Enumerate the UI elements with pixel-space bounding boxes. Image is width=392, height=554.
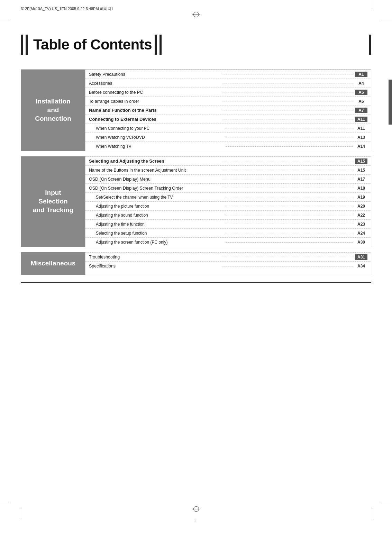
section-installation: Installation and ConnectionSafety Precau… xyxy=(21,69,371,151)
title-decoration-bar-2 xyxy=(26,35,28,55)
file-header: 312F(Mx10A_TV) US_1EN 2005.9.22 3:48PM 페… xyxy=(21,6,113,11)
toc-page-number: A19 xyxy=(355,194,367,200)
toc-page-number: A4 xyxy=(355,81,367,86)
toc-entry-dots xyxy=(222,74,354,74)
toc-entry-dots xyxy=(222,179,354,179)
section-label-text-installation: Installation and Connection xyxy=(35,97,71,123)
toc-entry: TroubleshootingA31 xyxy=(85,253,371,262)
toc-entry-dots xyxy=(222,110,354,110)
toc-entry-dots xyxy=(226,128,354,128)
toc-entry-text: Accessories xyxy=(89,81,220,86)
toc-entry-text: Name of the Buttons in the screen Adjust… xyxy=(89,168,220,173)
toc-entry: Selecting the setup functionA24 xyxy=(85,229,371,238)
toc-entry-text: Adjusting the time function xyxy=(89,222,224,227)
toc-entry-text: Adjusting the picture function xyxy=(89,204,224,209)
toc-entry: Name of the Buttons in the screen Adjust… xyxy=(85,166,371,175)
toc-entry-dots xyxy=(226,137,354,137)
toc-entry-dots xyxy=(222,83,354,83)
toc-entry-text: Before connecting to the PC xyxy=(89,90,220,95)
section-content-input: Selecting and Adjusting the ScreenA15Nam… xyxy=(85,156,371,247)
toc-entry-text: When Watching TV xyxy=(89,144,224,149)
toc-entry: Adjusting the picture functionA20 xyxy=(85,202,371,211)
section-label-input: Input Selection and Tracking xyxy=(21,156,85,247)
toc-entry-text: Safety Precautions xyxy=(89,72,220,77)
toc-entry-dots xyxy=(222,161,354,161)
toc-entry-dots xyxy=(226,224,354,224)
toc-entry-dots xyxy=(222,188,354,188)
section-label-miscellaneous: Miscellaneous xyxy=(21,252,85,275)
toc-entry-text: Connecting to External Devices xyxy=(89,117,220,122)
toc-entry: Before connecting to the PCA5 xyxy=(85,88,371,97)
toc-page-number: A24 xyxy=(355,230,367,236)
toc-entry-text: Set/Select the channel when using the TV xyxy=(89,195,224,200)
toc-entry-text: Selecting and Adjusting the Screen xyxy=(89,158,220,164)
toc-page-number: A11 xyxy=(355,126,367,131)
toc-entry-dots xyxy=(226,146,354,147)
toc-entry: Name and Function of the PartsA7 xyxy=(85,106,371,115)
toc-entry: When Watching VCR/DVDA13 xyxy=(85,133,371,142)
toc-page-number: A5 xyxy=(355,90,367,95)
toc-entry: Adjusting the screen function (PC only)A… xyxy=(85,238,371,247)
toc-entry: Connecting to External DevicesA11 xyxy=(85,115,371,124)
toc-entry: To arrange cables in orderA6 xyxy=(85,97,371,106)
bottom-separator xyxy=(21,282,371,283)
toc-entry-text: Selecting the setup function xyxy=(89,231,224,236)
toc-entry-dots xyxy=(226,206,354,206)
toc-page-number: A34 xyxy=(355,263,367,269)
toc-entry-dots xyxy=(222,119,354,119)
toc-entry-text: When Watching VCR/DVD xyxy=(89,135,224,140)
section-label-installation: Installation and Connection xyxy=(21,70,85,151)
toc-entry-text: Adjusting the sound function xyxy=(89,213,224,218)
registration-mark-top xyxy=(192,10,200,19)
toc-page-number: A20 xyxy=(355,203,367,209)
toc-entry-text: Name and Function of the Parts xyxy=(89,108,220,113)
section-miscellaneous: MiscellaneousTroubleshootingA31Specifica… xyxy=(21,252,371,275)
toc-entry-dots xyxy=(222,257,354,257)
toc-entry: Safety PrecautionsA1 xyxy=(85,70,371,79)
toc-page-number: A7 xyxy=(355,108,367,113)
main-content: Table of Contents Installation and Conne… xyxy=(21,31,371,512)
section-label-text-input: Input Selection and Tracking xyxy=(33,189,73,214)
toc-entry-dots xyxy=(226,215,354,215)
title-decoration-bar-1 xyxy=(21,35,23,55)
page-number: i xyxy=(195,518,197,523)
toc-entry: Selecting and Adjusting the ScreenA15 xyxy=(85,157,371,166)
toc-entry-text: To arrange cables in order xyxy=(89,99,220,104)
toc-page-number: A13 xyxy=(355,135,367,140)
toc-entry: OSD (On Screen Display) MenuA17 xyxy=(85,175,371,184)
toc-page-number: A14 xyxy=(355,144,367,149)
section-content-miscellaneous: TroubleshootingA31SpecificationsA34 xyxy=(85,252,371,275)
toc-entry-text: Adjusting the screen function (PC only) xyxy=(89,240,224,245)
toc-entry: When Watching TVA14 xyxy=(85,142,371,151)
toc-entry-text: Troubleshooting xyxy=(89,255,220,260)
toc-entry-dots xyxy=(222,170,354,170)
page-title: Table of Contents xyxy=(33,36,152,53)
toc-page-number: A31 xyxy=(355,254,367,260)
title-decoration-bar-5 xyxy=(369,35,371,55)
english-tab: ENGLISH xyxy=(389,80,392,125)
toc-page-number: A15 xyxy=(355,158,367,164)
toc-entry: Adjusting the sound functionA22 xyxy=(85,211,371,220)
toc-entry-text: Specifications xyxy=(89,264,220,269)
toc-page-number: A17 xyxy=(355,176,367,182)
toc-entry-dots xyxy=(226,233,354,233)
toc-page-number: A18 xyxy=(355,185,367,191)
title-area: Table of Contents xyxy=(21,31,371,58)
toc-page-number: A15 xyxy=(355,167,367,173)
toc-entry-dots xyxy=(222,266,354,266)
toc-entry-text: OSD (On Screen Display) Screen Tracking … xyxy=(89,186,220,191)
toc-page-number: A6 xyxy=(355,99,367,104)
section-input: Input Selection and TrackingSelecting an… xyxy=(21,156,371,247)
title-decoration-bar-4 xyxy=(159,35,162,55)
toc-sections: Installation and ConnectionSafety Precau… xyxy=(21,69,371,280)
toc-entry: SpecificationsA34 xyxy=(85,262,371,271)
toc-entry: OSD (On Screen Display) Screen Tracking … xyxy=(85,184,371,193)
toc-entry: AccessoriesA4 xyxy=(85,79,371,88)
section-label-text-miscellaneous: Miscellaneous xyxy=(31,259,76,268)
toc-entry: When Connecting to your PCA11 xyxy=(85,124,371,133)
toc-entry-text: When Connecting to your PC xyxy=(89,126,224,131)
toc-entry-dots xyxy=(222,101,354,101)
toc-page-number: A23 xyxy=(355,221,367,227)
toc-entry: Set/Select the channel when using the TV… xyxy=(85,193,371,202)
toc-page-number: A11 xyxy=(355,117,367,122)
